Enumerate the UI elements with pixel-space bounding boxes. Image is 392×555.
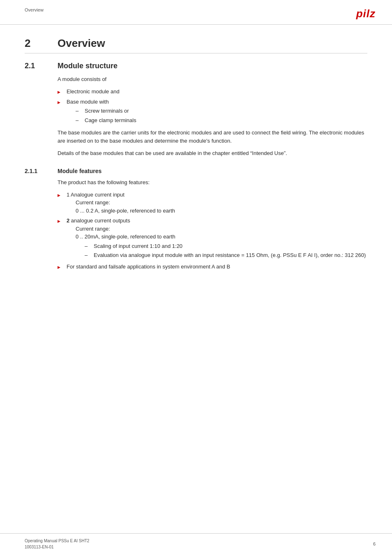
footer: Operating Manual PSSu E AI SHT2 1003113-…	[0, 533, 392, 555]
list-item: – Scaling of input current 1:10 and 1:20	[85, 242, 367, 250]
sub-line: 0 .. 20mA, single-pole, referenced to ea…	[76, 233, 367, 241]
bullet-icon	[58, 191, 64, 199]
logo: pilz	[356, 7, 376, 20]
chapter-heading: 2 Overview	[25, 37, 367, 53]
indent-content: Current range: 0 ... 0.2 A, single-pole,…	[76, 199, 367, 215]
dash-icon: –	[85, 242, 92, 250]
sub-item-text: Scaling of input current 1:10 and 1:20	[94, 242, 182, 250]
footer-doc-number: 1003113-EN-01	[25, 544, 89, 550]
list-item: 1 Analogue current input Current range: …	[58, 191, 367, 215]
breadcrumb: Overview	[25, 7, 44, 12]
main-content: 2 Overview 2.1 Module structure A module…	[0, 25, 392, 298]
list-item: – Evaluation via analogue input module w…	[85, 251, 367, 259]
chapter-number: 2	[25, 37, 58, 50]
indent-content: Current range: 0 .. 20mA, single-pole, r…	[76, 225, 367, 259]
section-2-1-title: Module structure	[58, 62, 118, 70]
sub-line: Current range:	[76, 199, 367, 207]
sub-item-text: Cage clamp terminals	[85, 116, 136, 125]
sub-bullet-list: – Screw terminals or – Cage clamp termin…	[67, 107, 367, 124]
list-item: For standard and failsafe applications i…	[58, 263, 367, 271]
bullet-text: For standard and failsafe applications i…	[67, 263, 367, 271]
list-item: – Screw terminals or	[76, 107, 367, 115]
bullet-icon	[58, 98, 64, 106]
logo-text: pilz	[356, 7, 376, 20]
bullet-icon	[58, 217, 64, 224]
section-2-1-intro: A module consists of	[58, 75, 367, 83]
sub-line: 0 ... 0.2 A, single-pole, referenced to …	[76, 207, 367, 215]
footer-manual-title: Operating Manual PSSu E AI SHT2	[25, 538, 89, 544]
header: Overview pilz	[0, 0, 392, 25]
page: Overview pilz 2 Overview 2.1 Module stru…	[0, 0, 392, 555]
sub-item-text: Evaluation via analogue input module wit…	[94, 251, 366, 259]
dash-icon: –	[85, 251, 92, 259]
bullet-text: 1 Analogue current input Current range: …	[67, 191, 367, 215]
section-2-1-heading: 2.1 Module structure	[25, 62, 367, 70]
section-2-1-number: 2.1	[25, 62, 58, 70]
dash-icon: –	[76, 116, 83, 125]
bullet-text: 2 analogue current outputs Current range…	[67, 217, 367, 261]
list-item: Base module with – Screw terminals or – …	[58, 98, 367, 126]
chapter-title: Overview	[58, 37, 105, 50]
bullet-text: Electronic module and	[67, 88, 367, 96]
section-2-1-1-intro: The product has the following features:	[58, 178, 367, 187]
bullet-icon	[58, 88, 64, 95]
section-2-1-1-bullets: 1 Analogue current input Current range: …	[58, 191, 367, 271]
section-2-1-1-heading: 2.1.1 Module features	[25, 168, 367, 174]
section-2-1-1-body: The product has the following features: …	[58, 178, 367, 271]
footer-page-number: 6	[373, 541, 376, 546]
bold-number: 2	[67, 217, 69, 224]
section-2-1-bullets: Electronic module and Base module with –…	[58, 88, 367, 125]
section-2-1-para2: Details of the base modules that can be …	[58, 149, 367, 157]
sub-line: Current range:	[76, 225, 367, 233]
section-2-1-1-title: Module features	[58, 168, 101, 174]
list-item: – Cage clamp terminals	[76, 116, 367, 125]
sub-item-text: Screw terminals or	[85, 107, 129, 115]
section-2-1-1-number: 2.1.1	[25, 168, 58, 174]
bullet-text: Base module with – Screw terminals or – …	[67, 98, 367, 126]
bullet-icon	[58, 263, 64, 271]
list-item: Electronic module and	[58, 88, 367, 96]
footer-left: Operating Manual PSSu E AI SHT2 1003113-…	[25, 538, 89, 550]
sub-bullet-list: – Scaling of input current 1:10 and 1:20…	[76, 242, 367, 259]
section-2-1-para1: The base modules are the carrier units f…	[58, 129, 367, 145]
section-2-1-body: A module consists of Electronic module a…	[58, 75, 367, 158]
list-item: 2 analogue current outputs Current range…	[58, 217, 367, 261]
dash-icon: –	[76, 107, 83, 115]
